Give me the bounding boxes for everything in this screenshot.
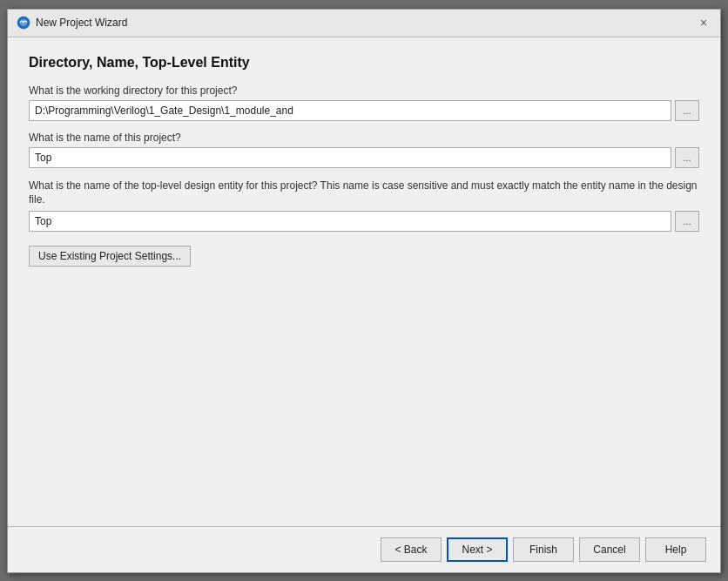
use-existing-button[interactable]: Use Existing Project Settings... (29, 246, 191, 267)
top-level-row: ... (29, 211, 699, 232)
page-title: Directory, Name, Top-Level Entity (29, 55, 699, 71)
working-dir-row: ... (29, 100, 699, 121)
project-name-row: ... (29, 147, 699, 168)
title-label: New Project Wizard (36, 17, 127, 29)
top-level-browse-button[interactable]: ... (675, 211, 699, 232)
wizard-content: Directory, Name, Top-Level Entity What i… (8, 37, 720, 526)
new-project-wizard-dialog: New Project Wizard × Directory, Name, To… (7, 9, 721, 573)
project-name-browse-button[interactable]: ... (675, 147, 699, 168)
footer: < Back Next > Finish Cancel Help (8, 527, 720, 572)
working-dir-label: What is the working directory for this p… (29, 84, 699, 97)
next-button[interactable]: Next > (447, 537, 508, 562)
project-name-input[interactable] (29, 147, 671, 168)
top-level-description: What is the name of the top-level design… (29, 179, 699, 208)
working-dir-browse-button[interactable]: ... (675, 100, 699, 121)
help-button[interactable]: Help (645, 537, 706, 562)
top-level-input[interactable] (29, 211, 671, 232)
back-button[interactable]: < Back (381, 537, 442, 562)
project-name-label: What is the name of this project? (29, 132, 699, 144)
working-dir-input[interactable] (29, 100, 671, 121)
close-button[interactable]: × (696, 15, 711, 30)
cancel-button[interactable]: Cancel (579, 537, 640, 562)
title-bar-left: New Project Wizard (17, 16, 127, 30)
wizard-icon (17, 16, 30, 30)
finish-button[interactable]: Finish (513, 537, 574, 562)
title-bar: New Project Wizard × (8, 10, 720, 37)
